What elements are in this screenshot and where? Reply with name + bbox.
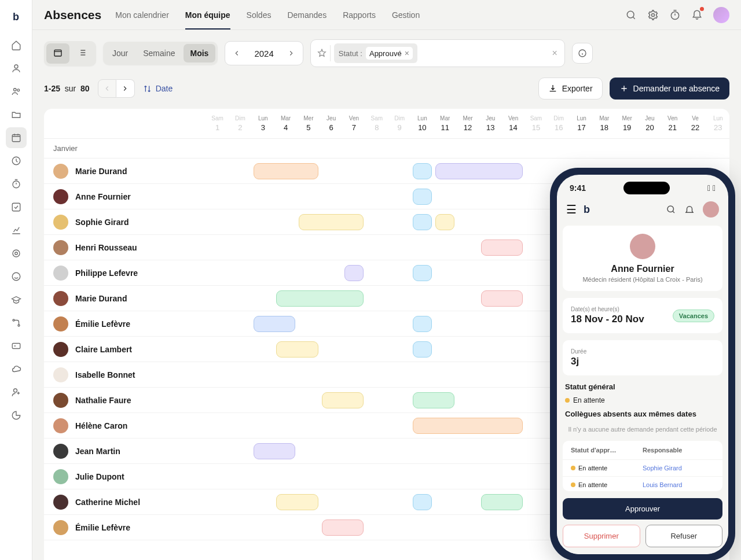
- year-prev[interactable]: [229, 45, 245, 61]
- nav-adduser-icon[interactable]: [6, 382, 27, 403]
- phone-user-avatar: [630, 234, 655, 259]
- absence-bar[interactable]: [435, 163, 523, 179]
- absence-bar[interactable]: [413, 265, 432, 281]
- absence-bar[interactable]: [413, 341, 432, 358]
- logo[interactable]: b: [9, 9, 24, 24]
- toolbar: JourSemaineMois 2024 Statut : Approuvé× …: [32, 30, 741, 73]
- favorite-icon[interactable]: [314, 45, 331, 61]
- nav-home-icon[interactable]: [6, 35, 27, 56]
- absence-bar[interactable]: [413, 418, 523, 434]
- nav-chart-icon[interactable]: [6, 220, 27, 241]
- absence-bar[interactable]: [413, 494, 432, 510]
- absence-bar[interactable]: [299, 214, 364, 230]
- phone-approve-button[interactable]: Approuver: [563, 498, 722, 520]
- sidebar: b: [0, 0, 32, 560]
- absence-bar[interactable]: [276, 494, 318, 510]
- result-count: 1-25 sur 80: [44, 84, 90, 93]
- page-next[interactable]: [116, 79, 135, 98]
- search-icon[interactable]: [625, 9, 637, 21]
- svg-point-14: [627, 11, 634, 18]
- nav-flow-icon[interactable]: [6, 312, 27, 333]
- phone-search-icon[interactable]: [666, 204, 676, 215]
- phone-bell-icon[interactable]: [684, 204, 695, 215]
- page-prev[interactable]: [98, 79, 116, 98]
- absence-bar[interactable]: [413, 392, 455, 408]
- absence-bar[interactable]: [344, 265, 364, 281]
- svg-point-19: [667, 206, 674, 212]
- nav-cloud-icon[interactable]: [6, 359, 27, 380]
- absence-bar[interactable]: [254, 163, 318, 179]
- phone-menu-icon[interactable]: ☰: [566, 202, 577, 216]
- absence-bar[interactable]: [435, 214, 454, 230]
- svg-point-10: [13, 319, 14, 321]
- absence-bar[interactable]: [276, 290, 364, 307]
- absence-bar[interactable]: [413, 214, 432, 230]
- phone-mockup: 9:41 􀙇 􀛨 ☰ b Anne Fournier Médecin résid…: [550, 168, 735, 560]
- phone-refuse-button[interactable]: Refuser: [645, 525, 723, 547]
- absence-bar[interactable]: [322, 392, 364, 408]
- phone-logo[interactable]: b: [584, 204, 590, 216]
- absence-bar[interactable]: [254, 316, 296, 332]
- absence-bar[interactable]: [413, 189, 432, 205]
- settings-icon[interactable]: [647, 9, 659, 21]
- tab-demandes[interactable]: Demandes: [287, 0, 327, 30]
- absence-bar[interactable]: [276, 341, 318, 358]
- svg-rect-6: [12, 203, 20, 211]
- avatar: [53, 495, 68, 510]
- view-list-icon[interactable]: [71, 43, 94, 64]
- tab-gestion[interactable]: Gestion: [392, 0, 420, 30]
- svg-point-2: [17, 89, 19, 91]
- nav-check-icon[interactable]: [6, 197, 27, 218]
- absence-bar[interactable]: [413, 163, 432, 179]
- tab-rapports[interactable]: Rapports: [343, 0, 376, 30]
- period-semaine[interactable]: Semaine: [136, 44, 182, 62]
- nav-smile-icon[interactable]: [6, 266, 27, 287]
- phone-approval-table: Statut d'appr…Responsable En attenteSoph…: [563, 441, 722, 491]
- svg-point-0: [14, 65, 18, 68]
- avatar: [53, 393, 68, 408]
- export-button[interactable]: Exporter: [538, 78, 603, 100]
- filter-bar: Statut : Approuvé× ×: [310, 39, 565, 67]
- tab-soldes[interactable]: Soldes: [247, 0, 272, 30]
- period-jour[interactable]: Jour: [105, 44, 135, 62]
- phone-delete-button[interactable]: Supprimer: [563, 525, 640, 547]
- nav-target-icon[interactable]: [6, 243, 27, 264]
- svg-point-11: [18, 325, 20, 326]
- tab-mon-calendrier[interactable]: Mon calendrier: [115, 0, 169, 30]
- absence-bar[interactable]: [481, 290, 523, 307]
- tabs: Mon calendrierMon équipeSoldesDemandesRa…: [115, 0, 420, 30]
- sort-button[interactable]: Date: [143, 84, 173, 93]
- chip-remove-icon[interactable]: ×: [405, 49, 409, 58]
- phone-profile-card: Anne Fournier Médecin résident (Hôpital …: [563, 226, 722, 291]
- absence-bar[interactable]: [481, 240, 523, 256]
- year-next[interactable]: [283, 45, 299, 61]
- request-absence-button[interactable]: Demander une absence: [610, 78, 729, 100]
- avatar: [53, 316, 68, 331]
- nav-users-icon[interactable]: [6, 81, 27, 102]
- info-icon[interactable]: [572, 43, 593, 64]
- clear-filters-icon[interactable]: ×: [548, 48, 560, 58]
- nav-timer-icon[interactable]: [6, 174, 27, 194]
- absence-bar[interactable]: [413, 316, 432, 332]
- nav-pie-icon[interactable]: [6, 405, 27, 426]
- svg-rect-17: [54, 50, 61, 56]
- absence-bar[interactable]: [481, 494, 523, 510]
- tab-mon-équipe[interactable]: Mon équipe: [185, 0, 230, 30]
- absence-bar[interactable]: [322, 520, 364, 536]
- period-mois[interactable]: Mois: [184, 44, 216, 62]
- svg-point-13: [13, 389, 17, 392]
- absence-bar[interactable]: [254, 443, 296, 459]
- avatar: [53, 164, 68, 179]
- avatar: [53, 291, 68, 306]
- nav-folder-icon[interactable]: [6, 104, 27, 125]
- phone-avatar[interactable]: [703, 201, 719, 218]
- user-avatar[interactable]: [713, 7, 729, 23]
- view-calendar-icon[interactable]: [46, 43, 69, 64]
- stopwatch-icon[interactable]: [669, 9, 681, 21]
- nav-grad-icon[interactable]: [6, 289, 27, 310]
- nav-user-icon[interactable]: [6, 58, 27, 79]
- nav-card-icon[interactable]: [6, 336, 27, 356]
- notifications-icon[interactable]: [691, 8, 703, 22]
- nav-calendar-icon[interactable]: [6, 127, 27, 148]
- nav-clock-icon[interactable]: [6, 150, 27, 171]
